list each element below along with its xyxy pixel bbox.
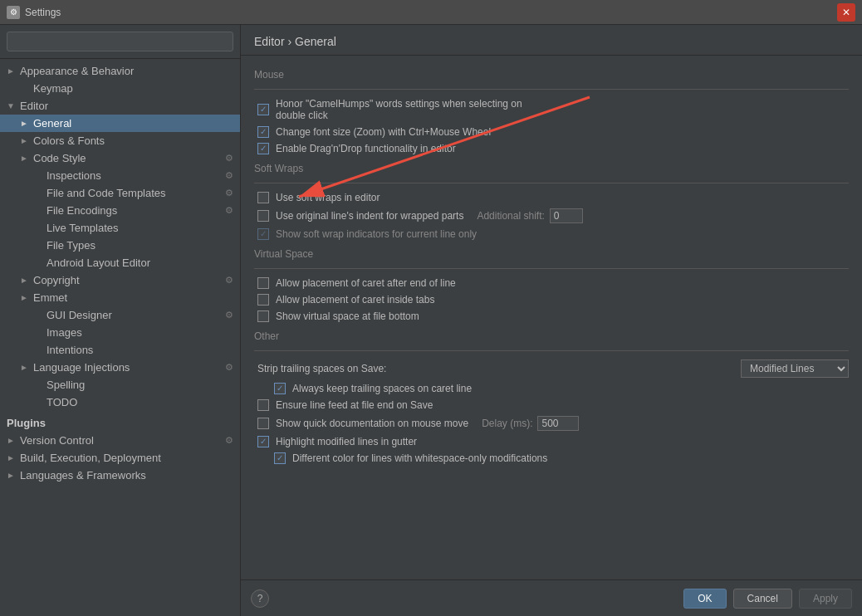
option-label-font-zoom: Change font size (Zoom) with Ctrl+Mouse …	[276, 126, 491, 138]
sidebar-item-live-templates[interactable]: Live Templates	[0, 219, 240, 237]
expand-arrow	[7, 101, 17, 110]
sidebar-item-language-injections[interactable]: Language Injections ⚙	[0, 359, 240, 376]
option-label-original-indent: Use original line's indent for wrapped p…	[276, 210, 463, 222]
divider	[254, 268, 849, 269]
delay-input[interactable]	[537, 416, 579, 431]
sidebar-item-keymap[interactable]: Keymap	[0, 80, 240, 97]
apply-button[interactable]: Apply	[799, 589, 852, 609]
close-button[interactable]: ✕	[837, 3, 855, 22]
window-title: Settings	[25, 7, 837, 18]
sidebar-tree: Appearance & Behavior Keymap Editor Gene…	[0, 59, 240, 616]
titlebar: ⚙ Settings ✕	[0, 0, 862, 25]
option-caret-end-of-line: Allow placement of caret after end of li…	[254, 277, 849, 289]
app-icon: ⚙	[7, 6, 20, 19]
checkbox-caret-end-of-line[interactable]	[257, 277, 269, 289]
sidebar-item-file-encodings[interactable]: File Encodings ⚙	[0, 202, 240, 219]
option-label-wrap-indicators: Show soft wrap indicators for current li…	[276, 228, 477, 240]
option-wrap-indicators: Show soft wrap indicators for current li…	[254, 228, 849, 240]
help-button[interactable]: ?	[251, 589, 269, 608]
sidebar-item-label: GUI Designer	[47, 309, 112, 321]
sidebar-group-plugins: Plugins	[0, 414, 240, 432]
option-label-caret-end-of-line: Allow placement of caret after end of li…	[276, 277, 456, 289]
sidebar-item-appearance[interactable]: Appearance & Behavior	[0, 62, 240, 80]
checkbox-original-indent[interactable]	[257, 210, 269, 222]
sidebar-item-label: Images	[47, 326, 82, 339]
sidebar-item-images[interactable]: Images	[0, 324, 240, 341]
sidebar-item-intentions[interactable]: Intentions	[0, 341, 240, 359]
sidebar-item-android-layout[interactable]: Android Layout Editor	[0, 254, 240, 271]
sidebar-item-spelling[interactable]: Spelling	[0, 376, 240, 394]
sidebar-item-build[interactable]: Build, Execution, Deployment	[0, 449, 240, 467]
checkbox-caret-inside-tabs[interactable]	[257, 294, 269, 306]
divider	[254, 89, 849, 90]
content-area: Editor › General Mouse Honor "CamelHumps…	[241, 25, 862, 616]
sidebar-item-label: Code Style	[33, 152, 86, 164]
option-label-use-soft-wraps: Use soft wraps in editor	[276, 192, 380, 203]
expand-arrow	[7, 453, 17, 462]
expand-arrow	[7, 66, 17, 76]
additional-shift-input[interactable]	[550, 208, 583, 223]
expand-arrow	[20, 276, 30, 285]
sidebar-item-languages[interactable]: Languages & Frameworks	[0, 467, 240, 484]
sidebar-item-emmet[interactable]: Emmet	[0, 289, 240, 306]
section-other-label: Other	[254, 330, 849, 342]
sidebar-item-general[interactable]: General	[0, 115, 240, 132]
option-drag-drop: Enable Drag'n'Drop functionality in edit…	[254, 143, 849, 154]
checkbox-different-color[interactable]	[274, 452, 286, 464]
checkbox-use-soft-wraps[interactable]	[257, 192, 269, 203]
sidebar-item-todo[interactable]: TODO	[0, 394, 240, 411]
strip-trailing-dropdown-wrapper: Modified Lines All None	[741, 359, 849, 378]
sidebar-item-label: Intentions	[47, 344, 93, 356]
option-different-color: Different color for lines with whitespac…	[254, 452, 849, 464]
sidebar-item-label: General	[33, 117, 71, 130]
sidebar-item-file-types[interactable]: File Types	[0, 237, 240, 254]
sidebar-item-label: Languages & Frameworks	[20, 469, 146, 482]
checkbox-line-feed[interactable]	[257, 399, 269, 411]
checkbox-highlight-modified[interactable]	[257, 436, 269, 447]
strip-trailing-row: Strip trailing spaces on Save: Modified …	[254, 359, 849, 378]
checkbox-virtual-space-bottom[interactable]	[257, 310, 269, 322]
divider	[254, 183, 849, 183]
sidebar-item-gui-designer[interactable]: GUI Designer ⚙	[0, 306, 240, 324]
section-soft-wraps-label: Soft Wraps	[254, 163, 849, 174]
checkbox-keep-trailing[interactable]	[274, 383, 286, 394]
content-body: Mouse Honor "CamelHumps" words settings …	[241, 56, 862, 579]
option-label-quick-doc: Show quick documentation on mouse move	[276, 418, 468, 429]
sidebar-item-file-templates[interactable]: File and Code Templates ⚙	[0, 184, 240, 202]
sidebar-item-copyright[interactable]: Copyright ⚙	[0, 271, 240, 289]
sidebar-item-colors-fonts[interactable]: Colors & Fonts	[0, 132, 240, 149]
sidebar-item-code-style[interactable]: Code Style ⚙	[0, 149, 240, 167]
sidebar-item-editor[interactable]: Editor	[0, 97, 240, 115]
strip-trailing-label: Strip trailing spaces on Save:	[257, 363, 386, 374]
option-camel-humps: Honor "CamelHumps" words settings when s…	[254, 98, 849, 121]
settings-icon: ⚙	[225, 188, 233, 198]
option-label-line-feed: Ensure line feed at file end on Save	[276, 399, 433, 411]
settings-icon: ⚙	[225, 153, 233, 164]
expand-arrow	[7, 471, 17, 480]
checkbox-wrap-indicators[interactable]	[257, 228, 269, 240]
search-input[interactable]	[7, 32, 233, 51]
sidebar-item-label: Keymap	[33, 82, 73, 95]
sidebar-item-label: Language Injections	[33, 361, 130, 374]
option-label-highlight-modified: Highlight modified lines in gutter	[276, 436, 417, 447]
ok-button[interactable]: OK	[683, 589, 726, 609]
option-use-soft-wraps: Use soft wraps in editor	[254, 192, 849, 203]
strip-trailing-select[interactable]: Modified Lines All None	[741, 359, 849, 378]
sidebar-item-version-control[interactable]: Version Control ⚙	[0, 432, 240, 449]
breadcrumb: Editor › General	[254, 35, 336, 48]
settings-icon: ⚙	[225, 435, 233, 446]
checkbox-drag-drop[interactable]	[257, 143, 269, 154]
checkbox-camel-humps[interactable]	[257, 104, 269, 115]
sidebar-item-label: TODO	[47, 396, 77, 408]
checkbox-quick-doc[interactable]	[257, 418, 269, 429]
option-label-virtual-space-bottom: Show virtual space at file bottom	[276, 310, 419, 322]
cancel-button[interactable]: Cancel	[733, 589, 792, 609]
sidebar-item-label: File Encodings	[47, 204, 117, 217]
option-label-caret-inside-tabs: Allow placement of caret inside tabs	[276, 294, 434, 306]
checkbox-font-zoom[interactable]	[257, 126, 269, 138]
settings-icon: ⚙	[225, 170, 233, 181]
group-label: Plugins	[7, 417, 46, 429]
option-label-drag-drop: Enable Drag'n'Drop functionality in edit…	[276, 143, 456, 154]
sidebar-item-label: Colors & Fonts	[33, 134, 105, 147]
sidebar-item-inspections[interactable]: Inspections ⚙	[0, 167, 240, 184]
